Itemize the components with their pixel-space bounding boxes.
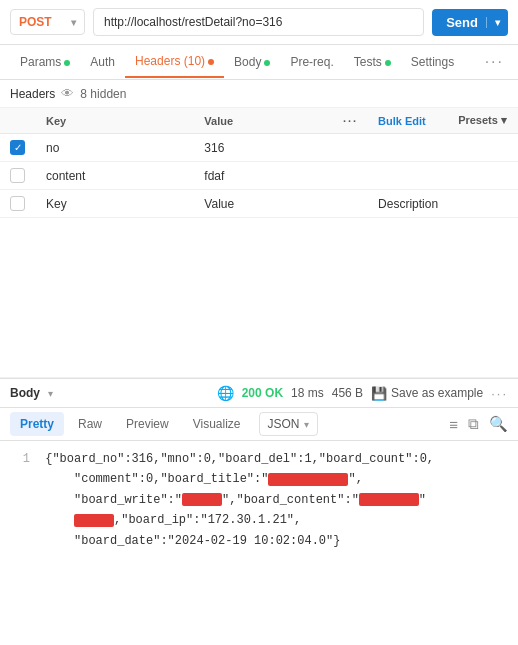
headers-bar: Headers 👁 8 hidden [0,80,518,108]
resp-tab-raw[interactable]: Raw [68,412,112,436]
row3-dots [333,190,368,218]
presets-button[interactable]: Presets ▾ [458,114,507,126]
header-row-2: content fdaf [0,162,518,190]
headers-table: Key Value ··· Bulk Edit Presets ▾ ✓ no 3… [0,108,518,218]
bulk-edit-button[interactable]: Bulk Edit [378,115,426,127]
redacted-content [359,493,419,506]
save-icon: 💾 [371,386,387,401]
row2-dots [333,162,368,190]
col-header-bulk: Bulk Edit [368,108,448,134]
row2-key-cell[interactable]: content [36,162,194,190]
resp-tab-visualize[interactable]: Visualize [183,412,251,436]
tests-dot [385,60,391,66]
search-icon[interactable]: 🔍 [489,415,508,433]
row1-check-cell: ✓ [0,134,36,162]
url-input[interactable] [93,8,424,36]
top-bar: POST ▾ Send ▾ [0,0,518,45]
method-selector[interactable]: POST ▾ [10,9,85,35]
row2-value-cell[interactable]: fdaf [194,162,333,190]
status-bar: Body ▾ 🌐 200 OK 18 ms 456 B 💾 Save as ex… [0,378,518,408]
redacted-write [182,493,222,506]
resp-tab-preview[interactable]: Preview [116,412,179,436]
row2-presets [448,162,518,190]
redacted-title [268,473,348,486]
headers-dot [208,59,214,65]
row1-value-cell[interactable]: 316 [194,134,333,162]
header-row-1: ✓ no 316 [0,134,518,162]
line5-text: "board_date":"2024-02-19 10:02:04.0"} [45,534,340,548]
tab-tests[interactable]: Tests [344,47,401,77]
status-code: 200 OK [242,386,283,400]
response-tabs: Pretty Raw Preview Visualize JSON ▾ ≡ ⧉ … [0,408,518,441]
row3-value-cell[interactable]: Value [194,190,333,218]
col-header-check [0,108,36,134]
row2-checkbox[interactable] [10,168,25,183]
row1-bulk [368,134,448,162]
send-label: Send [446,15,478,30]
tab-settings[interactable]: Settings [401,47,464,77]
copy-icon[interactable]: ⧉ [468,415,479,433]
line4-start: ,"board_ip":"172.30.1.21", [45,513,301,527]
params-dot [64,60,70,66]
json-line-5: "board_date":"2024-02-19 10:02:04.0"} [10,531,508,551]
header-row-new: Key Value Description [0,190,518,218]
row1-presets [448,134,518,162]
tab-body[interactable]: Body [224,47,280,77]
json-line-3: "board_write":"","board_content":"" [10,490,508,510]
json-line-2: "comment":0,"board_title":"", [10,469,508,489]
json-line-1: 1 {"board_no":316,"mno":0,"board_del":1,… [10,449,508,469]
row3-presets [448,190,518,218]
method-chevron-icon: ▾ [71,17,76,28]
body-label: Body [10,386,40,400]
tab-auth[interactable]: Auth [80,47,125,77]
line1-text: {"board_no":316,"mno":0,"board_del":1,"b… [45,452,434,466]
eye-icon[interactable]: 👁 [61,86,74,101]
method-label: POST [19,15,52,29]
tab-params[interactable]: Params [10,47,80,77]
send-button[interactable]: Send ▾ [432,9,508,36]
response-size: 456 B [332,386,363,400]
redacted-ip-prefix [74,514,114,527]
filter-icon[interactable]: ≡ [449,416,458,433]
resp-tab-pretty[interactable]: Pretty [10,412,64,436]
line3-start: "board_write":" [45,493,182,507]
headers-label: Headers [10,87,55,101]
save-example-label: Save as example [391,386,483,400]
tab-headers[interactable]: Headers (10) [125,46,224,78]
request-tabs: Params Auth Headers (10) Body Pre-req. T… [0,45,518,80]
col-header-dots: ··· [333,108,368,134]
body-chevron-icon[interactable]: ▾ [48,388,53,399]
json-format-chevron-icon: ▾ [304,419,309,430]
line-num-1: 1 [10,449,30,469]
line2-start: "comment":0,"board_title":" [45,472,268,486]
col-header-presets: Presets ▾ [448,108,518,134]
body-dot [264,60,270,66]
col-header-key: Key [36,108,194,134]
status-more-icon[interactable]: ··· [491,386,508,401]
json-line-4: ,"board_ip":"172.30.1.21", [10,510,508,530]
json-format-label: JSON [268,417,300,431]
col-header-value: Value [194,108,333,134]
row1-checkbox[interactable]: ✓ [10,140,25,155]
row2-check-cell [0,162,36,190]
response-time: 18 ms [291,386,324,400]
row1-key-cell[interactable]: no [36,134,194,162]
empty-area [0,218,518,378]
row1-dots [333,134,368,162]
row3-key-cell[interactable]: Key [36,190,194,218]
row2-bulk [368,162,448,190]
json-body: 1 {"board_no":316,"mno":0,"board_del":1,… [0,441,518,559]
hidden-count: 8 hidden [80,87,126,101]
globe-icon: 🌐 [217,385,234,401]
send-chevron-icon[interactable]: ▾ [486,17,508,28]
save-as-example-button[interactable]: 💾 Save as example [371,386,483,401]
tab-prereq[interactable]: Pre-req. [280,47,343,77]
row3-desc-cell[interactable]: Description [368,190,448,218]
row3-check-cell [0,190,36,218]
response-actions: ≡ ⧉ 🔍 [449,415,508,433]
tabs-more-icon[interactable]: ··· [481,45,508,79]
json-format-selector[interactable]: JSON ▾ [259,412,318,436]
row3-checkbox[interactable] [10,196,25,211]
